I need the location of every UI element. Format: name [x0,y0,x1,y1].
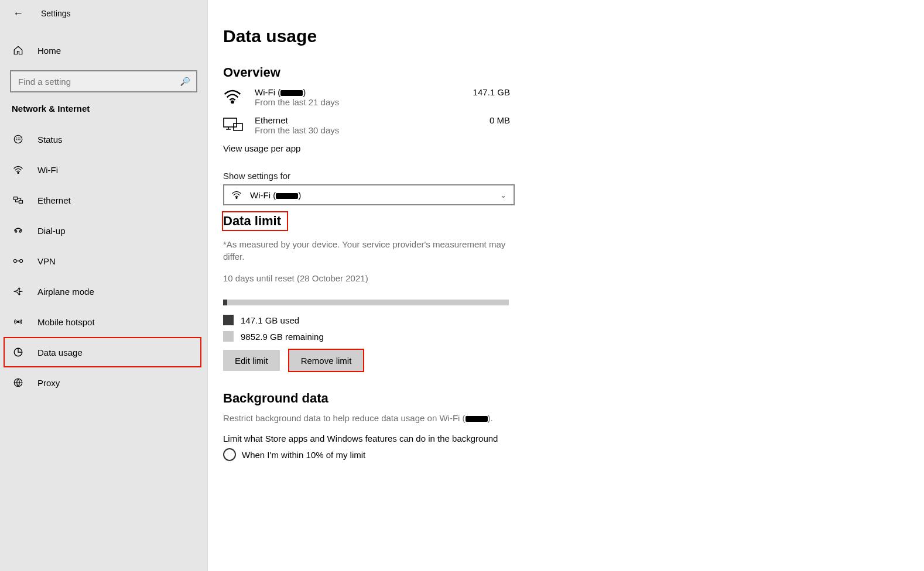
sidebar-item-label: Dial-up [37,226,66,236]
proxy-icon [13,377,23,388]
sidebar-item-wi-fi[interactable]: Wi-Fi [0,154,207,185]
home-icon [13,45,23,56]
radio-icon [223,448,236,461]
home-label: Home [37,46,61,56]
redacted-text [280,90,303,96]
page-title: Data usage [223,26,909,46]
reset-info: 10 days until reset (28 October 2021) [223,273,909,283]
sidebar-item-label: Proxy [37,378,60,388]
sidebar-item-label: Status [37,135,63,145]
wifi-icon [223,87,255,104]
sidebar-item-label: Ethernet [37,195,71,205]
sidebar-item-label: Wi-Fi [37,165,58,175]
svg-point-6 [13,259,16,262]
remaining-text: 9852.9 GB remaining [241,332,324,342]
overview-title: Overview [223,65,909,80]
datausage-icon [13,347,23,357]
edit-limit-button[interactable]: Edit limit [223,350,280,371]
app-title: Settings [41,9,71,18]
data-limit-progress [223,300,509,305]
background-limit-label: Limit what Store apps and Windows featur… [223,434,909,443]
progress-bar-fill [223,300,227,305]
remove-limit-button[interactable]: Remove limit [289,350,364,371]
sidebar-item-ethernet[interactable]: Ethernet [0,185,207,215]
sidebar-item-data-usage[interactable]: Data usage [4,337,201,367]
remaining-swatch [223,331,234,342]
sidebar-item-label: Airplane mode [37,287,94,297]
back-button[interactable]: ← [13,8,23,19]
sidebar-item-proxy[interactable]: Proxy [0,367,207,398]
radio-label: When I'm within 10% of my limit [242,450,365,460]
sidebar-home[interactable]: Home [0,37,207,64]
sidebar-item-vpn[interactable]: VPN [0,246,207,276]
wifi-icon [13,166,23,174]
used-legend: 147.1 GB used [223,315,909,325]
connection-name: Ethernet [255,115,457,125]
overview-connection[interactable]: Ethernet From the last 30 days 0 MB [223,115,510,135]
svg-point-8 [18,321,19,323]
background-data-title: Background data [223,391,909,406]
data-limit-title: Data limit [223,212,287,230]
radio-option-1[interactable]: When I'm within 10% of my limit [223,448,909,461]
svg-rect-2 [14,197,18,200]
background-data-desc: Restrict background data to help reduce … [223,413,909,423]
svg-rect-3 [19,201,23,204]
data-limit-note: *As measured by your device. Your servic… [223,238,516,263]
sidebar-item-airplane-mode[interactable]: Airplane mode [0,276,207,307]
show-settings-for-label: Show settings for [223,171,909,181]
sidebar-item-label: Mobile hotspot [37,317,95,327]
dialup-icon [13,225,23,236]
network-dropdown[interactable]: Wi-Fi () ⌄ [223,184,515,205]
redacted-text [276,193,298,199]
svg-rect-12 [224,118,237,127]
dropdown-value: Wi-Fi () [250,190,500,200]
view-usage-per-app-link[interactable]: View usage per app [223,143,909,153]
connection-period: From the last 30 days [255,125,457,135]
sidebar-item-status[interactable]: Status [0,124,207,154]
ethernet-pc-icon [223,115,255,133]
used-text: 147.1 GB used [241,315,299,325]
overview-connection[interactable]: Wi-Fi () From the last 21 days 147.1 GB [223,87,510,107]
sidebar-item-mobile-hotspot[interactable]: Mobile hotspot [0,307,207,337]
sidebar-item-label: Data usage [37,348,83,357]
search-icon: 🔍 [180,77,190,86]
svg-point-7 [20,259,23,262]
sidebar-category: Network & Internet [0,92,207,117]
sidebar-item-dial-up[interactable]: Dial-up [0,215,207,246]
svg-point-5 [19,231,21,232]
wifi-icon [231,191,242,199]
svg-point-4 [15,231,17,232]
remaining-legend: 9852.9 GB remaining [223,331,909,342]
connection-name: Wi-Fi () [255,87,457,97]
svg-point-1 [18,172,19,173]
vpn-icon [13,256,23,266]
ethernet-icon [13,195,23,205]
sidebar-item-label: VPN [37,256,56,266]
chevron-down-icon: ⌄ [500,191,507,199]
connection-usage: 147.1 GB [457,87,510,97]
hotspot-icon [13,317,23,327]
status-icon [13,134,23,145]
search-input[interactable] [17,76,180,87]
connection-usage: 0 MB [457,115,510,125]
connection-period: From the last 21 days [255,97,457,107]
sidebar: ← Settings Home 🔍 Network & Internet Sta… [0,0,208,571]
main-content: Data usage Overview Wi-Fi () From the la… [208,0,924,571]
airplane-icon [13,286,23,297]
search-box[interactable]: 🔍 [11,71,197,92]
used-swatch [223,315,234,325]
svg-point-14 [236,197,237,198]
redacted-text [466,416,488,422]
svg-point-11 [231,101,233,103]
